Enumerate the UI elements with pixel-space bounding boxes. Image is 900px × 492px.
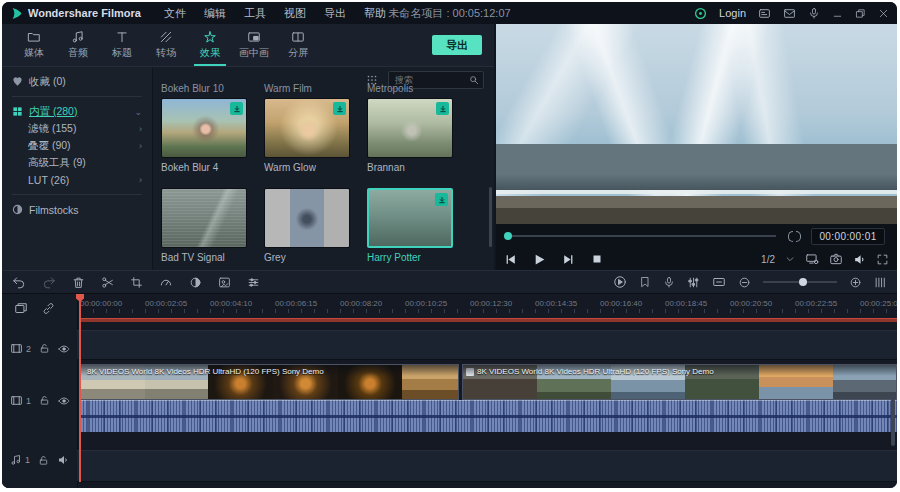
undo-button[interactable]	[12, 275, 26, 289]
timeline-clip-2[interactable]: 8K VIDEOS World 8K Videos HDR UltraHD (1…	[462, 364, 897, 400]
volume-icon[interactable]	[853, 253, 866, 266]
adjust-sliders-button[interactable]	[247, 276, 260, 289]
mail-icon[interactable]	[783, 7, 796, 20]
timeline-clip-1[interactable]: 8K VIDEOS World 8K Videos HDR UltraHD (1…	[80, 364, 459, 400]
effect-item[interactable]: Brannan	[359, 98, 462, 173]
speed-button[interactable]	[159, 275, 173, 289]
effect-thumbnail-brannan[interactable]	[367, 98, 453, 158]
menu-tools[interactable]: 工具	[235, 6, 275, 21]
voiceover-mic-button[interactable]	[663, 276, 675, 288]
effect-name[interactable]: Bokeh Blur 10	[153, 83, 256, 94]
play-button[interactable]	[533, 253, 546, 266]
sidebar-item-favorites[interactable]: 收藏 (0)	[2, 73, 152, 90]
chevron-down-icon[interactable]	[785, 254, 795, 264]
lock-icon[interactable]	[38, 455, 49, 466]
effect-thumbnail-bad-tv-signal[interactable]	[161, 188, 247, 248]
restore-button[interactable]	[855, 8, 866, 19]
audio-track-1[interactable]	[77, 450, 897, 482]
download-icon[interactable]	[333, 102, 346, 115]
export-button[interactable]: 导出	[432, 35, 482, 55]
effect-item[interactable]: Bad TV Signal	[153, 188, 256, 263]
effect-item[interactable]: Grey	[256, 188, 359, 263]
tab-transitions[interactable]: 转场	[144, 24, 188, 66]
menu-help[interactable]: 帮助	[355, 6, 395, 21]
next-frame-button[interactable]	[562, 253, 575, 266]
mark-out-icon[interactable]	[796, 231, 801, 242]
sidebar-item-filters[interactable]: 滤镜 (155) ›	[2, 120, 152, 137]
fit-timeline-button[interactable]	[712, 275, 726, 289]
effect-item[interactable]: Bokeh Blur 4	[153, 98, 256, 173]
preview-video[interactable]	[496, 24, 897, 224]
tab-effects[interactable]: 效果	[188, 24, 232, 66]
download-icon[interactable]	[436, 102, 449, 115]
effect-thumbnail-warm-glow[interactable]	[264, 98, 350, 158]
manage-tracks-icon[interactable]	[14, 302, 28, 316]
minimize-button[interactable]	[832, 8, 843, 19]
effects-scrollbar[interactable]	[489, 187, 492, 247]
tab-pip[interactable]: 画中画	[232, 24, 276, 66]
progress-handle[interactable]	[504, 232, 512, 240]
mark-in-icon[interactable]	[788, 231, 793, 242]
fullscreen-icon[interactable]	[876, 253, 889, 266]
lock-icon[interactable]	[39, 343, 50, 354]
tab-splitscreen[interactable]: 分屏	[276, 24, 320, 66]
mute-speaker-icon[interactable]	[57, 454, 69, 466]
audio-track-1-header: 1	[10, 454, 69, 466]
sidebar-item-filmstocks[interactable]: Filmstocks	[2, 201, 152, 218]
redo-button[interactable]	[42, 275, 56, 289]
green-screen-button[interactable]	[218, 276, 231, 289]
timeline-ruler[interactable]: 00:00:00:00 00:00:02:05 00:00:04:10 00:0…	[77, 294, 897, 314]
tab-media[interactable]: 媒体	[12, 24, 56, 66]
timeline-playhead[interactable]	[79, 294, 81, 482]
tab-titles[interactable]: 标题	[100, 24, 144, 66]
display-settings-icon[interactable]	[805, 252, 819, 266]
menu-edit[interactable]: 编辑	[195, 6, 235, 21]
effect-name[interactable]: Warm Film	[256, 83, 359, 94]
marker-button[interactable]	[639, 276, 651, 288]
lock-icon[interactable]	[39, 395, 50, 406]
audio-mixer-button[interactable]	[687, 276, 700, 289]
zoom-out-button[interactable]	[738, 276, 751, 289]
delete-button[interactable]	[72, 276, 85, 289]
timeline-scrollbar[interactable]	[891, 394, 895, 446]
previous-frame-button[interactable]	[504, 253, 517, 266]
effect-item[interactable]: Warm Glow	[256, 98, 359, 173]
eye-visibility-icon[interactable]	[58, 395, 70, 407]
mic-status-icon[interactable]	[808, 7, 820, 19]
tab-audio[interactable]: 音频	[56, 24, 100, 66]
menu-file[interactable]: 文件	[155, 6, 195, 21]
account-card-icon[interactable]	[758, 7, 771, 20]
download-icon[interactable]	[230, 102, 243, 115]
clip-audio-waveform[interactable]	[80, 400, 897, 432]
sidebar-item-advanced-tools[interactable]: 高级工具 (9)	[2, 154, 152, 171]
sidebar-item-builtin[interactable]: 内置 (280) ⌄	[2, 103, 152, 120]
video-track-2[interactable]	[77, 330, 897, 360]
effect-item-selected[interactable]: Harry Potter	[359, 188, 462, 263]
stop-button[interactable]	[591, 253, 603, 265]
track-manager-icon[interactable]	[874, 276, 887, 289]
menu-export[interactable]: 导出	[315, 6, 355, 21]
close-button[interactable]	[878, 8, 889, 19]
link-clips-icon[interactable]	[42, 302, 55, 316]
crop-button[interactable]	[130, 276, 143, 289]
timeline-zoom-slider[interactable]	[763, 281, 837, 283]
update-status-icon[interactable]	[694, 7, 707, 20]
eye-visibility-icon[interactable]	[58, 343, 70, 355]
download-icon[interactable]	[435, 193, 448, 206]
menu-view[interactable]: 视图	[275, 6, 315, 21]
effect-thumbnail-bokeh-blur-4[interactable]	[161, 98, 247, 158]
effect-thumbnail-grey[interactable]	[264, 188, 350, 248]
title-T-icon	[115, 30, 129, 44]
render-preview-button[interactable]	[613, 275, 627, 289]
sidebar-item-lut[interactable]: LUT (26) ›	[2, 171, 152, 188]
color-correction-button[interactable]	[189, 276, 202, 289]
snapshot-camera-icon[interactable]	[829, 252, 843, 266]
zoom-slider-handle[interactable]	[799, 278, 807, 286]
effect-thumbnail-harry-potter[interactable]	[367, 188, 453, 248]
sidebar-item-overlays[interactable]: 叠覆 (90) ›	[2, 137, 152, 154]
login-button[interactable]: Login	[719, 7, 746, 19]
effect-name[interactable]: Metropolis	[359, 83, 462, 94]
preview-progress-bar[interactable]	[504, 235, 776, 237]
zoom-in-button[interactable]	[849, 276, 862, 289]
split-scissors-button[interactable]	[101, 276, 114, 289]
